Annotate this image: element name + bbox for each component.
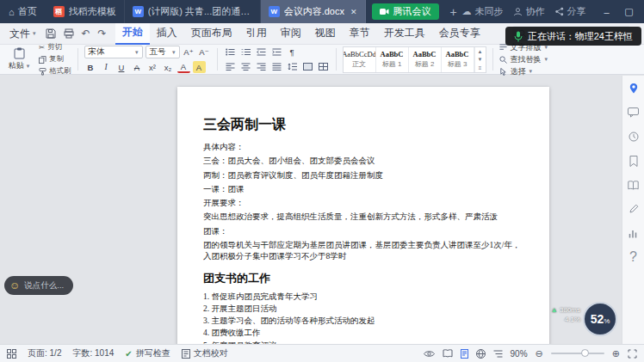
emoji-icon[interactable]: ☺ bbox=[9, 279, 20, 291]
menu-tab-home[interactable]: 开始 bbox=[115, 22, 150, 45]
meeting-chat-bubble[interactable]: ☺ 说点什么... bbox=[4, 276, 73, 295]
highlight-color-button[interactable]: A bbox=[193, 61, 206, 73]
close-tab-icon[interactable]: ✕ bbox=[349, 8, 357, 16]
docer-template-tab[interactable]: 稻 找稻壳模板 bbox=[46, 0, 125, 23]
page-indicator[interactable]: 页面: 1/2 bbox=[28, 347, 61, 359]
document-tab-2-active[interactable]: W 会议内容.docx ✕ bbox=[261, 0, 366, 23]
align-center-button[interactable] bbox=[239, 61, 252, 73]
maximize-button[interactable]: ▢ bbox=[618, 0, 641, 23]
new-tab-button[interactable]: + bbox=[445, 5, 462, 19]
file-menu-button[interactable]: 文件 ▾ bbox=[0, 27, 46, 41]
zoom-slider-handle[interactable] bbox=[581, 349, 589, 357]
styles-expand-icon[interactable]: ≡ bbox=[479, 65, 482, 71]
superscript-button[interactable]: x² bbox=[146, 61, 159, 73]
undo-button[interactable]: ↶ bbox=[82, 28, 90, 40]
style-heading-3[interactable]: AaBbC 标题 3 bbox=[442, 47, 474, 72]
justify-button[interactable] bbox=[270, 61, 283, 73]
shading-button[interactable] bbox=[301, 61, 314, 73]
menu-tab-references[interactable]: 引用 bbox=[239, 23, 274, 44]
pen-icon[interactable] bbox=[627, 202, 641, 216]
menu-tab-review[interactable]: 审阅 bbox=[274, 23, 308, 44]
subscript-button[interactable]: x₂ bbox=[162, 61, 175, 73]
word-count[interactable]: 字数: 1014 bbox=[72, 347, 114, 359]
show-paragraph-marks-button[interactable]: ¶ bbox=[286, 46, 299, 58]
speaking-banner[interactable]: 正在讲话：物理24王梓恒 bbox=[505, 27, 641, 46]
select-button[interactable]: 选择 ▾ bbox=[499, 66, 548, 77]
menu-tab-page-layout[interactable]: 页面布局 bbox=[184, 23, 239, 44]
doc-list-item: 2. 开展主题团日活动 bbox=[203, 303, 523, 315]
paste-button[interactable]: 粘贴▾ bbox=[5, 47, 33, 71]
read-mode-icon[interactable] bbox=[443, 349, 453, 358]
line-spacing-button[interactable] bbox=[286, 61, 299, 73]
share-button[interactable]: 分享 bbox=[554, 5, 586, 18]
menu-tab-view[interactable]: 视图 bbox=[308, 23, 343, 44]
decrease-indent-button[interactable] bbox=[255, 46, 268, 58]
eye-protection-icon[interactable] bbox=[424, 350, 435, 358]
font-color-button[interactable]: A bbox=[177, 61, 190, 73]
minimize-button[interactable]: – bbox=[596, 0, 618, 23]
zoom-percent[interactable]: 90% bbox=[511, 349, 528, 359]
print-button[interactable] bbox=[64, 28, 74, 39]
align-left-button[interactable] bbox=[224, 61, 237, 73]
font-size-combo[interactable]: 五号 ▾ bbox=[146, 46, 180, 58]
spell-check-button[interactable]: ✔ 拼写检查 bbox=[125, 347, 170, 359]
italic-button[interactable]: I bbox=[100, 61, 113, 73]
task-window-icon[interactable] bbox=[7, 349, 16, 359]
locate-pin-icon[interactable] bbox=[627, 82, 641, 95]
proofing-button[interactable]: 文档校对 bbox=[182, 347, 228, 359]
styles-scroll-up-icon[interactable]: ▲ bbox=[478, 49, 483, 54]
styles-scroll-down-icon[interactable]: ▼ bbox=[478, 57, 483, 62]
close-button[interactable]: ✕ bbox=[641, 0, 644, 23]
comment-icon[interactable] bbox=[627, 106, 641, 120]
borders-button[interactable] bbox=[317, 61, 330, 73]
style-heading-2[interactable]: AaBbC 标题 2 bbox=[409, 47, 442, 72]
help-icon[interactable]: ? bbox=[627, 250, 641, 264]
increase-font-button[interactable]: A⁺ bbox=[183, 46, 195, 58]
menu-tab-member[interactable]: 会员专享 bbox=[432, 23, 487, 44]
cut-button[interactable]: ✂ 剪切 bbox=[39, 42, 71, 52]
outline-view-icon[interactable] bbox=[493, 350, 503, 358]
save-button[interactable] bbox=[46, 28, 56, 39]
contents-book-icon[interactable] bbox=[627, 178, 641, 192]
format-painter-button[interactable]: 格式刷 bbox=[39, 66, 71, 77]
redo-button[interactable]: ↷ bbox=[98, 28, 107, 40]
find-replace-button[interactable]: 查找替换 ▾ bbox=[499, 54, 548, 65]
bullet-list-button[interactable] bbox=[224, 46, 237, 58]
web-layout-icon[interactable] bbox=[476, 349, 486, 359]
speaking-banner-text: 正在讲话：物理24王梓恒 bbox=[528, 30, 633, 43]
style-normal[interactable]: AaBbCcDd 正文 bbox=[344, 47, 376, 72]
ribbon-divider bbox=[336, 48, 337, 71]
home-tab[interactable]: ⌂ 首页 bbox=[0, 0, 46, 23]
zoom-in-button[interactable]: ⊕ bbox=[612, 348, 620, 359]
font-name-value: 宋体 bbox=[89, 46, 105, 58]
fit-page-icon[interactable] bbox=[628, 349, 637, 359]
collaborate-button[interactable]: 协作 bbox=[513, 5, 545, 18]
bookmark-icon[interactable] bbox=[627, 154, 641, 168]
tencent-meeting-button[interactable]: 腾讯会议 bbox=[372, 3, 439, 20]
copy-button[interactable]: 复制 bbox=[39, 54, 71, 64]
chart-icon[interactable] bbox=[627, 226, 641, 240]
document-page[interactable]: 三会两制一课 具体内容： 三会：团员大会、团小组会、团支部委员会会议 两制：团员… bbox=[177, 87, 549, 344]
history-clock-icon[interactable] bbox=[627, 130, 641, 144]
underline-button[interactable]: U bbox=[115, 61, 128, 73]
font-name-combo[interactable]: 宋体 ▾ bbox=[84, 46, 143, 58]
decrease-font-button[interactable]: A⁻ bbox=[198, 46, 211, 58]
numbered-list-button[interactable] bbox=[239, 46, 252, 58]
align-right-button[interactable] bbox=[255, 61, 268, 73]
document-tab-1[interactable]: W (计网版) 共青...团的通知(1) bbox=[125, 0, 261, 23]
sync-status[interactable]: ☁ 未同步 bbox=[462, 5, 504, 18]
docer-tab-label: 找稻壳模板 bbox=[69, 5, 116, 18]
chevron-down-icon: ▾ bbox=[529, 68, 533, 75]
strikethrough-button[interactable]: A bbox=[131, 61, 144, 73]
performance-badge[interactable]: 52 % bbox=[583, 302, 617, 336]
menu-tab-section[interactable]: 章节 bbox=[343, 23, 377, 44]
titlebar: ⌂ 首页 稻 找稻壳模板 W (计网版) 共青...团的通知(1) W 会议内容… bbox=[0, 0, 644, 23]
menu-tab-insert[interactable]: 插入 bbox=[150, 23, 184, 44]
bold-button[interactable]: B bbox=[84, 61, 97, 73]
menu-tab-developer[interactable]: 开发工具 bbox=[377, 23, 432, 44]
style-heading-1[interactable]: AaBbC 标题 1 bbox=[376, 47, 409, 72]
zoom-out-button[interactable]: ⊖ bbox=[536, 348, 543, 359]
increase-indent-button[interactable] bbox=[270, 46, 283, 58]
page-view-icon[interactable] bbox=[461, 349, 468, 359]
zoom-slider[interactable] bbox=[551, 353, 604, 354]
